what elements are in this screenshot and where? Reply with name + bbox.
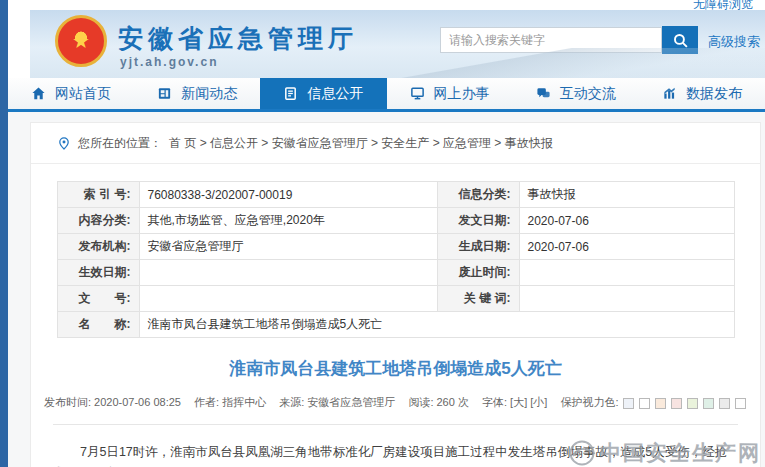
info-value-effective-date (139, 260, 437, 286)
info-label-index-no: 索 引 号: (57, 182, 139, 208)
national-emblem-logo: ★ (55, 15, 107, 67)
divider (53, 424, 738, 425)
info-value-agency: 安徽省应急管理厅 (139, 234, 437, 260)
breadcrumb: 您所在的位置： 首 页 > 信息公开 > 安徽省应急管理厅 > 安全生产 > 应… (31, 123, 760, 164)
eye-protect-color-swatch[interactable] (719, 398, 730, 409)
article-meta: 发布时间: 2020-07-06 08:25 作者: 指挥中心 来源: 安徽省应… (31, 395, 760, 410)
info-value-keywords (519, 286, 734, 312)
site-title: 安徽省应急管理厅 (118, 22, 358, 55)
emblem-star-icon: ★ (72, 31, 90, 51)
eye-protect-color-swatch[interactable] (687, 398, 698, 409)
info-value-doc-number (139, 286, 437, 312)
search-icon (672, 32, 689, 49)
chart-icon (662, 86, 677, 101)
font-size-label: 字体: (482, 396, 507, 408)
search-input[interactable] (440, 27, 662, 53)
info-value-name: 淮南市凤台县建筑工地塔吊倒塌造成5人死亡 (139, 312, 734, 338)
nav-item-data-release[interactable]: 数据发布 (639, 78, 765, 109)
info-label-generate-date: 生成日期: (437, 234, 519, 260)
info-value-content-category: 其他,市场监管、应急管理,2020年 (139, 208, 437, 234)
article-body: 7月5日17时许，淮南市凤台县凤凰湖三角地带标准化厂房建设项目施工过程中发生塔吊… (55, 442, 736, 467)
source-label: 来源: (279, 396, 304, 408)
info-label-content-category: 内容分类: (57, 208, 139, 234)
nav-item-label: 互动交流 (560, 85, 616, 103)
breadcrumb-prefix: 您所在的位置： (78, 135, 162, 152)
publish-time-label: 发布时间: (44, 396, 91, 408)
article-title: 淮南市凤台县建筑工地塔吊倒塌造成5人死亡 (31, 357, 760, 380)
nav-item-home[interactable]: 网站首页 (8, 78, 134, 109)
nav-item-interaction[interactable]: 互动交流 (513, 78, 639, 109)
nav-item-label: 新闻动态 (181, 85, 237, 103)
chat-icon (536, 86, 551, 101)
home-icon (31, 86, 46, 101)
info-label-effective-date: 生效日期: (57, 260, 139, 286)
page: 无障碍浏览 ★ 安徽省应急管理厅 yjt.ah.gov.cn 高级搜索 网站首页 (0, 0, 765, 467)
info-label-keywords: 关 键 词: (437, 286, 519, 312)
info-label-issue-date: 发文日期: (437, 208, 519, 234)
info-label-doc-number: 文 号: (57, 286, 139, 312)
info-label-info-category: 信息分类: (437, 182, 519, 208)
table-row: 名 称: 淮南市凤台县建筑工地塔吊倒塌造成5人死亡 (57, 312, 734, 338)
eye-protect-color-swatch[interactable] (703, 398, 714, 409)
publish-time-value: 2020-07-06 08:25 (94, 396, 181, 408)
monitor-icon (410, 86, 425, 101)
table-row: 文 号: 关 键 词: (57, 286, 734, 312)
eye-protect-color-swatch[interactable] (623, 398, 634, 409)
eye-protect-color-swatch[interactable] (639, 398, 650, 409)
nav-item-label: 数据发布 (686, 85, 742, 103)
info-value-issue-date: 2020-07-06 (519, 208, 734, 234)
nav-item-news[interactable]: 新闻动态 (134, 78, 260, 109)
views-label: 阅读: (408, 396, 433, 408)
source-value: 安徽省应急管理厅 (307, 396, 395, 408)
eye-protect-color-swatch[interactable] (671, 398, 682, 409)
font-size-large-button[interactable]: [大] (510, 396, 527, 408)
info-value-repeal-date (519, 260, 734, 286)
nav-item-label: 网上办事 (434, 85, 490, 103)
views-value: 260 次 (437, 396, 469, 408)
nav-item-label: 网站首页 (55, 85, 111, 103)
info-label-repeal-date: 废止时间: (437, 260, 519, 286)
nav-item-info-disclosure[interactable]: 信息公开 (260, 78, 386, 109)
location-pin-icon (57, 136, 71, 151)
main-nav: 网站首页 新闻动态 信息公开 (8, 78, 765, 112)
table-row: 生效日期: 废止时间: (57, 260, 734, 286)
info-value-generate-date: 2020-07-06 (519, 234, 734, 260)
info-value-index-no: 76080338-3/202007-00019 (139, 182, 437, 208)
document-icon (283, 86, 298, 101)
info-value-info-category: 事故快报 (519, 182, 734, 208)
advanced-search-link[interactable]: 高级搜索 (708, 33, 760, 51)
author-value: 指挥中心 (222, 396, 266, 408)
author-label: 作者: (194, 396, 219, 408)
info-label-name: 名 称: (57, 312, 139, 338)
header-banner: ★ 安徽省应急管理厅 yjt.ah.gov.cn 高级搜索 (30, 10, 765, 78)
breadcrumb-path[interactable]: 首 页 > 信息公开 > 安徽省应急管理厅 > 安全生产 > 应急管理 > 事故… (169, 135, 553, 152)
site-url: yjt.ah.gov.cn (120, 55, 218, 69)
table-row: 索 引 号: 76080338-3/202007-00019 信息分类: 事故快… (57, 182, 734, 208)
nav-item-label: 信息公开 (307, 85, 363, 103)
eye-protect-color-swatch[interactable] (655, 398, 666, 409)
news-icon (157, 86, 172, 101)
table-row: 内容分类: 其他,市场监管、应急管理,2020年 发文日期: 2020-07-0… (57, 208, 734, 234)
document-info-table: 索 引 号: 76080338-3/202007-00019 信息分类: 事故快… (57, 181, 735, 338)
eye-protect-label: 保护视力色: (560, 396, 618, 408)
eye-protect-color-swatch[interactable] (735, 398, 746, 409)
content-panel: 您所在的位置： 首 页 > 信息公开 > 安徽省应急管理厅 > 安全生产 > 应… (30, 122, 761, 467)
search-button[interactable] (662, 26, 698, 54)
left-edge-strip (0, 0, 8, 467)
table-row: 发布机构: 安徽省应急管理厅 生成日期: 2020-07-06 (57, 234, 734, 260)
nav-item-online-services[interactable]: 网上办事 (387, 78, 513, 109)
site-header: 无障碍浏览 ★ 安徽省应急管理厅 yjt.ah.gov.cn 高级搜索 (8, 0, 765, 78)
info-label-agency: 发布机构: (57, 234, 139, 260)
font-size-small-button[interactable]: [小] (530, 396, 547, 408)
